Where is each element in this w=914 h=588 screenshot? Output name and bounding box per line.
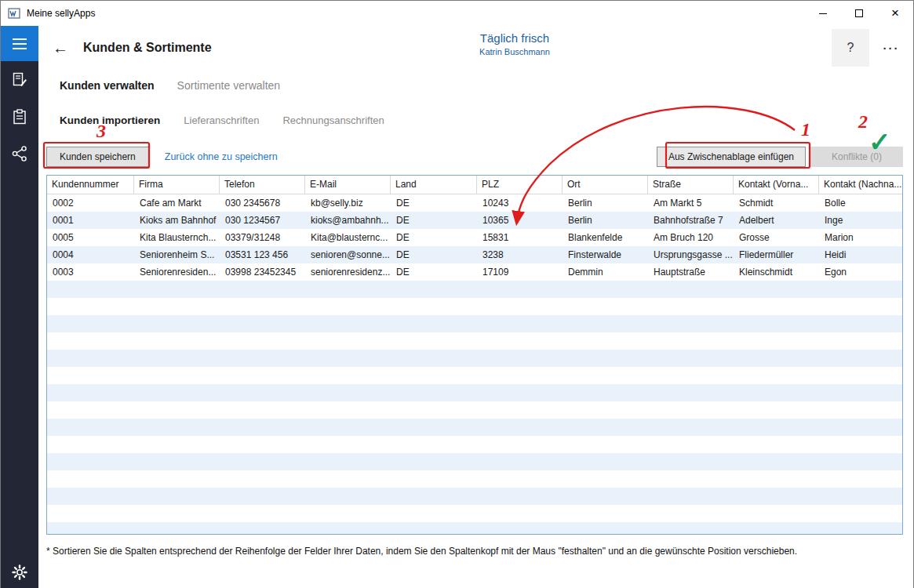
table-cell: 17109 [477, 263, 563, 281]
table-cell: DE [391, 194, 477, 212]
table-cell: Fliedermüller [734, 246, 819, 263]
tab-lieferanschriften[interactable]: Lieferanschriften [184, 114, 259, 126]
column-header[interactable]: Land [391, 176, 477, 194]
sidebar-item-lists[interactable] [1, 98, 38, 135]
table-row[interactable]: 0005Kita Blausternch...03379/31248Kita@b… [47, 229, 902, 246]
table-cell: kioks@ambahnh... [305, 212, 391, 229]
table-body: 0002Cafe am Markt030 2345678kb@selly.biz… [47, 194, 902, 534]
sidebar-item-settings[interactable] [1, 556, 38, 588]
minimize-button[interactable] [805, 1, 841, 26]
column-header[interactable]: Straße [648, 176, 734, 194]
table-cell: Ursprungsgasse ... [648, 246, 734, 263]
table-cell: DE [391, 229, 477, 246]
column-header[interactable]: Firma [134, 176, 220, 194]
minimize-icon [819, 13, 827, 14]
table-cell: Hauptstraße [648, 263, 734, 281]
table-cell: DE [391, 212, 477, 229]
close-button[interactable]: × [877, 1, 913, 26]
table-cell: Seniorenresiden... [134, 263, 220, 281]
conflicts-button[interactable]: Konflikte (0) [810, 147, 903, 167]
more-icon: ··· [883, 42, 900, 55]
main-content: ← Kunden & Sortimente Täglich frisch Kat… [38, 26, 913, 588]
more-button[interactable]: ··· [869, 29, 913, 67]
column-header[interactable]: PLZ [477, 176, 563, 194]
sidebar-item-share[interactable] [1, 135, 38, 172]
back-without-saving-link[interactable]: Zurück ohne zu speichern [165, 151, 278, 162]
toolbar: Kunden speichern Zurück ohne zu speicher… [38, 139, 913, 175]
table-cell: Am Bruch 120 [648, 229, 734, 246]
settings-gear-icon [12, 564, 27, 580]
table-cell: 3238 [477, 246, 563, 263]
table-row[interactable]: 0002Cafe am Markt030 2345678kb@selly.biz… [47, 194, 902, 212]
account-name: Täglich frisch [479, 31, 550, 45]
document-edit-icon [12, 72, 27, 88]
tab-kunden-importieren[interactable]: Kunden importieren [60, 114, 160, 126]
table-cell: Schmidt [734, 194, 819, 212]
column-header[interactable]: Ort [563, 176, 648, 194]
app-icon [8, 7, 20, 20]
table-cell: 0002 [47, 194, 134, 212]
table-cell: 0005 [47, 229, 134, 246]
table-cell: Seniorenheim S... [134, 246, 220, 263]
window-controls: × [805, 1, 913, 26]
table-cell: Blankenfelde [563, 229, 648, 246]
help-icon: ? [847, 41, 854, 54]
table-row[interactable]: 0001Kioks am Bahnhof030 1234567kioks@amb… [47, 212, 902, 229]
save-customers-button[interactable]: Kunden speichern [46, 147, 149, 167]
table-cell: 10243 [477, 194, 563, 212]
title-bar: Meine sellyApps × [1, 1, 913, 26]
column-header[interactable]: Kontakt (Vorna... [734, 176, 819, 194]
table-row[interactable]: 0003Seniorenresiden...03998 23452345seni… [47, 263, 902, 281]
primary-tabs: Kunden verwalten Sortimente verwalten [38, 70, 913, 101]
table-cell: Kita Blausternch... [134, 229, 220, 246]
sidebar-item-orders[interactable] [1, 61, 38, 98]
column-header[interactable]: Telefon [220, 176, 305, 194]
back-button[interactable]: ← [48, 35, 73, 60]
tab-rechnungsanschriften[interactable]: Rechnungsanschriften [282, 114, 384, 126]
help-button[interactable]: ? [832, 29, 869, 67]
account-user: Katrin Buschmann [479, 47, 550, 56]
tab-sortimente-verwalten[interactable]: Sortimente verwalten [177, 79, 281, 92]
paste-from-clipboard-button[interactable]: Aus Zwischenablage einfügen [657, 147, 806, 167]
back-arrow-icon: ← [53, 39, 68, 56]
table-cell: 030 1234567 [220, 212, 305, 229]
table-cell: Grosse [734, 229, 819, 246]
table-cell: Heidi [819, 246, 902, 263]
table-cell: DE [391, 263, 477, 281]
column-header[interactable]: E-Mail [305, 176, 391, 194]
table-cell: Kita@blausternc... [305, 229, 391, 246]
sidebar-spacer [1, 172, 38, 556]
header-actions: ? ··· [832, 26, 913, 70]
table-row[interactable]: 0004Seniorenheim S...03531 123 456senior… [47, 246, 902, 263]
table-cell: 0003 [47, 263, 134, 281]
table-cell: 030 2345678 [220, 194, 305, 212]
column-header[interactable]: Kundennummer [47, 176, 134, 194]
close-icon: × [891, 5, 899, 21]
account-block[interactable]: Täglich frisch Katrin Buschmann [479, 31, 550, 56]
table-cell: Adelbert [734, 212, 819, 229]
page-title: Kunden & Sortimente [83, 41, 212, 55]
table-cell: 03998 23452345 [220, 263, 305, 281]
table-cell: 0001 [47, 212, 134, 229]
table-cell: 15831 [477, 229, 563, 246]
sort-hint-note: * Sortieren Sie die Spalten entsprechend… [46, 546, 903, 557]
table-cell: seniorenresidenz... [305, 263, 391, 281]
hamburger-menu-button[interactable] [1, 26, 38, 61]
toolbar-right: Aus Zwischenablage einfügen Konflikte (0… [657, 147, 903, 167]
table-cell: Marion [819, 229, 902, 246]
sidebar [1, 26, 38, 588]
column-header[interactable]: Kontakt (Nachna... [819, 176, 902, 194]
window-title: Meine sellyApps [27, 8, 95, 19]
table-cell: 10365 [477, 212, 563, 229]
table-cell: Berlin [563, 194, 648, 212]
table-cell: Kleinschmidt [734, 263, 819, 281]
table-cell: 03379/31248 [220, 229, 305, 246]
table-header-row: KundennummerFirmaTelefonE-MailLandPLZOrt… [47, 176, 902, 194]
table-cell: Cafe am Markt [134, 194, 220, 212]
table-cell: Bolle [819, 194, 902, 212]
tab-kunden-verwalten[interactable]: Kunden verwalten [60, 79, 155, 92]
page-header: ← Kunden & Sortimente Täglich frisch Kat… [38, 26, 913, 70]
table-cell: Kioks am Bahnhof [134, 212, 220, 229]
maximize-button[interactable] [841, 1, 877, 26]
table-cell: Finsterwalde [563, 246, 648, 263]
